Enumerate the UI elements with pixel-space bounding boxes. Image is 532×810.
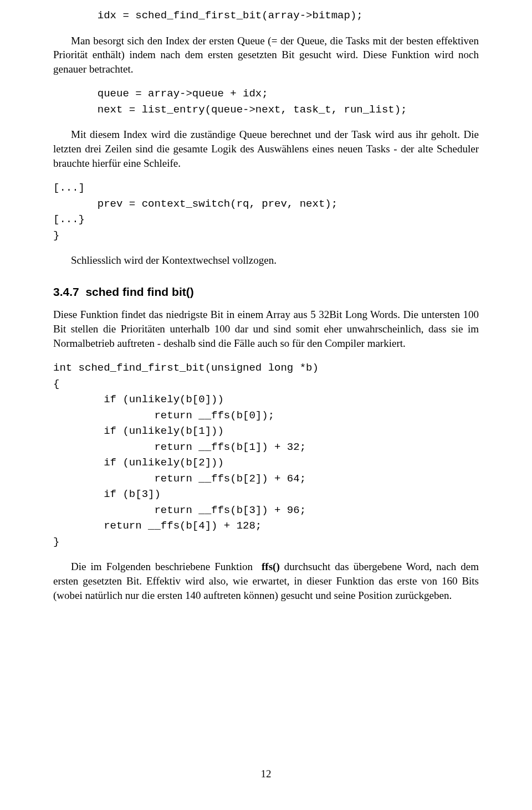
paragraph-1: Man besorgt sich den Index der ersten Qu… [53,34,479,76]
code-block-1: idx = sched_find_first_bit(array->bitmap… [53,8,479,24]
code-block-3: [...] prev = context_switch(rq, prev, ne… [53,180,479,243]
bold-function-name: ffs() [257,561,280,572]
paragraph-2: Mit diesem Index wird die zuständige Que… [53,127,479,170]
section-heading-3-4-7: 3.4.7 schedfindfindbit() [53,284,479,300]
paragraph-4: Diese Funktion findet das niedrigste Bit… [53,307,479,350]
paragraph-5: Die im Folgenden beschriebene Funktion f… [53,560,479,602]
heading-title: schedfindfindbit() [85,285,193,298]
code-block-4: int sched_find_first_bit(unsigned long *… [53,360,479,550]
para5-pre: Die im Folgenden beschriebene Funktion [71,561,257,572]
paragraph-3: Schliesslich wird der Kontextwechsel vol… [53,253,479,268]
page-number: 12 [0,767,532,781]
heading-number: 3.4.7 [53,285,79,298]
code-block-2: queue = array->queue + idx; next = list_… [53,86,479,117]
